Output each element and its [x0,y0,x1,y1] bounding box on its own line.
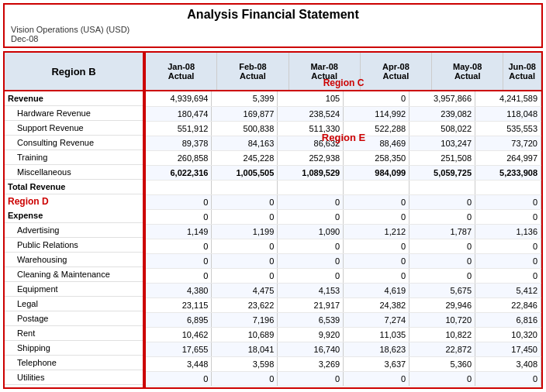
table-cell: 6,816 [475,312,541,327]
table-cell: 1,199 [212,224,278,239]
sidebar-item-consulting-revenue: Consulting Revenue [5,136,143,150]
table-cell [475,180,541,194]
table-cell: 0 [344,209,410,224]
sidebar-item-warehousing: Warehousing [5,253,143,267]
table-cell: 22,872 [410,342,475,356]
table-cell: 0 [410,239,475,253]
col-header-feb: Feb-08 Actual [217,53,289,90]
table-cell: 23,115 [146,297,212,312]
date-line: Dec-08 [11,34,535,43]
table-cell: 118,048 [475,106,541,121]
table-cell: 0 [344,371,410,386]
table-cell: 3,957,866 [410,91,475,106]
table-cell: 9,920 [278,327,344,342]
col-header-jan: Jan-08 Actual [146,53,217,90]
table-cell: 252,938 [278,150,344,165]
table-cell: 251,508 [410,150,475,165]
table-cell: 4,939,694 [146,91,212,106]
table-cell: 11,035 [344,327,410,342]
table-cell: 239,082 [410,106,475,121]
table-cell: 10,689 [212,327,278,342]
table-cell: 0 [278,194,344,209]
table-cell: 18,623 [344,342,410,356]
table-cell: 89,378 [146,136,212,150]
table-cell: 0 [146,268,212,283]
table-cell: 1,005,505 [212,165,278,180]
table-cell: 260,858 [146,150,212,165]
table-cell [410,180,475,194]
table-cell: 24,382 [344,297,410,312]
table-cell: 0 [212,194,278,209]
table-cell: 0 [410,194,475,209]
table-cell: 0 [146,253,212,268]
table-cell: 23,622 [212,297,278,312]
table-cell: 0 [212,371,278,386]
table-cell [278,180,344,194]
table-cell: 0 [278,239,344,253]
sidebar-item-advertising: Advertising [5,223,143,238]
region-c: Jan-08 Actual Feb-08 Actual Mar-08 Actua… [144,51,543,91]
table-cell: 10,462 [146,327,212,342]
table-cell: 0 [278,209,344,224]
table-cell: 500,838 [212,121,278,136]
table-cell: 0 [475,239,541,253]
sidebar-item-public-relations: Public Relations [5,238,143,253]
table-cell: 17,655 [146,342,212,356]
table-cell: 0 [344,253,410,268]
table-cell: 0 [146,209,212,224]
table-cell: 0 [475,371,541,386]
table-cell: 0 [212,268,278,283]
table-cell: 0 [475,194,541,209]
table-cell: 0 [344,268,410,283]
table-cell: 0 [146,239,212,253]
table-cell: 0 [344,194,410,209]
table-cell: 0 [410,209,475,224]
table-cell: 7,196 [212,312,278,327]
table-cell: 1,136 [475,224,541,239]
table-cell: 3,448 [146,356,212,371]
col-header-may: May-08 Actual [432,53,503,90]
table-cell [212,180,278,194]
table-cell: 4,241,589 [475,91,541,106]
table-cell: 5,059,725 [410,165,475,180]
table-cell [344,180,410,194]
table-cell: 180,474 [146,106,212,121]
sidebar-item-miscellaneous: Miscellaneous [5,165,143,180]
table-cell: 169,877 [212,106,278,121]
table-cell: 1,089,529 [278,165,344,180]
table-cell: 0 [475,253,541,268]
sidebar-item-support-revenue: Support Revenue [5,121,143,136]
table-cell: 0 [475,268,541,283]
table-cell: 16,740 [278,342,344,356]
table-cell: 18,041 [212,342,278,356]
sidebar-item-training: Training [5,150,143,165]
table-cell: 105 [278,91,344,106]
table-cell: 0 [212,253,278,268]
col-header-jun: Jun-08 Actual [503,53,541,90]
table-cell: 0 [410,268,475,283]
sidebar-item-utilities: Utilities [5,370,143,385]
table-cell: 535,553 [475,121,541,136]
table-cell: 10,720 [410,312,475,327]
sidebar-item-rent: Rent [5,326,143,341]
table-cell: 258,350 [344,150,410,165]
table-cell: 1,787 [410,224,475,239]
table-cell: 0 [410,253,475,268]
table-cell: 6,022,316 [146,165,212,180]
table-cell: 0 [344,239,410,253]
table-cell: 5,675 [410,283,475,297]
table-cell: 0 [410,371,475,386]
table-cell: 1,090 [278,224,344,239]
table-cell: 0 [146,371,212,386]
table-cell: 21,917 [278,297,344,312]
page-title: Analysis Financial Statement [11,8,535,22]
subtitle: Vision Operations (USA) (USD) [11,25,535,34]
table-cell: 238,524 [278,106,344,121]
sidebar-item-equipment: Equipment [5,282,143,297]
table-cell: 0 [344,91,410,106]
table-cell: 6,895 [146,312,212,327]
region-b: Region B [3,51,144,91]
col-header-apr: Apr-08 Actual [361,53,432,90]
table-cell: 5,360 [410,356,475,371]
sidebar: Revenue Hardware Revenue Support Revenue… [3,91,144,389]
